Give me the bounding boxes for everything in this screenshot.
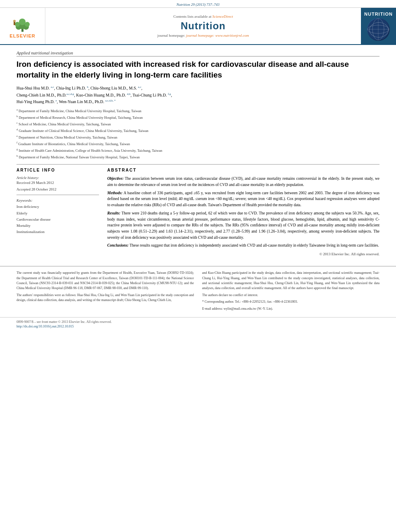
article-info-col: ARTICLE INFO Article history: Received 2… <box>16 168 99 256</box>
copyright-line: © 2013 Elsevier Inc. All rights reserved… <box>107 252 380 256</box>
keyword-elderly: Elderly <box>16 210 99 217</box>
abstract-conclusions: Conclusions: These results suggest that … <box>107 242 380 249</box>
footer-left: The current study was financially suppor… <box>16 271 194 313</box>
keyword-mortality: Mortality <box>16 223 99 229</box>
abstract-objective: Objective: The association between serum… <box>107 176 380 188</box>
elsevier-logo: ELSEVIER <box>5 14 40 38</box>
accepted-date: Accepted 28 October 2012 <box>16 187 99 191</box>
nutrition-badge-text: NUTRITION <box>364 12 393 16</box>
footer-section: The current study was financially suppor… <box>0 266 396 317</box>
separator <box>16 164 380 165</box>
cont-text: and Kuo-Chin Huang participated in the s… <box>202 271 380 291</box>
doi-link[interactable]: http://dx.doi.org/10.1016/j.nut.2012.10.… <box>16 325 380 328</box>
homepage-url[interactable]: journal homepage: www.nutritionjrnl.com <box>186 33 249 38</box>
results-text: There were 210 deaths during a 5-y follo… <box>107 211 380 240</box>
abstract-col: ABSTRACT Objective: The association betw… <box>107 168 380 256</box>
article-type: Applied nutritional investigation <box>16 51 380 56</box>
article-title: Iron deficiency is associated with incre… <box>16 59 380 80</box>
svg-rect-8 <box>14 22 15 25</box>
journal-center: Contents lists available at ScienceDirec… <box>45 8 361 44</box>
svg-point-6 <box>25 22 30 27</box>
methods-text: A baseline cohort of 336 participants, a… <box>107 191 380 207</box>
elsevier-wordmark: ELSEVIER <box>9 33 35 38</box>
sciencedirect-line: Contents lists available at ScienceDirec… <box>173 14 233 19</box>
elsevier-logo-container: ELSEVIER <box>0 8 45 44</box>
objective-label: Objective: <box>107 177 124 181</box>
received-date: Received 29 March 2012 <box>16 181 99 185</box>
journal-header: ELSEVIER Contents lists available at Sci… <box>0 8 396 45</box>
responsibilities-text: The authors' responsibilities were as fo… <box>16 293 194 303</box>
methods-label: Methods: <box>107 191 123 195</box>
elsevier-tree-icon <box>11 16 34 33</box>
article-main: Applied nutritional investigation Iron d… <box>0 45 396 260</box>
page-wrapper: Nutrition 29 (2013) 737–743 <box>0 0 396 532</box>
abstract-text: Objective: The association between serum… <box>107 176 380 249</box>
nutrition-globe-icon <box>367 18 390 41</box>
keywords-label: Keywords: <box>16 198 99 202</box>
two-column-layout: ARTICLE INFO Article history: Received 2… <box>16 168 380 256</box>
history-label: Article history: <box>16 176 99 180</box>
sciencedirect-link[interactable]: ScienceDirect <box>212 14 233 19</box>
email-text: E-mail address: wylin@mail.cmu.edu.tw (W… <box>202 306 380 311</box>
svg-point-11 <box>368 25 389 33</box>
bottom-bar: 0899-9007/$ – see front matter © 2013 El… <box>0 317 396 331</box>
keyword-institutionalization: Institutionalization <box>16 229 99 235</box>
issn-line: 0899-9007/$ – see front matter © 2013 El… <box>16 320 380 324</box>
keyword-cardiovascular: Cardiovascular disease <box>16 217 99 223</box>
journal-reference: Nutrition 29 (2013) 737–743 <box>177 2 219 7</box>
journal-title: Nutrition <box>181 20 226 32</box>
keyword-iron-deficiency: Iron deficiency <box>16 204 99 210</box>
affiliations: a Department of Family Medicine, China M… <box>16 108 380 160</box>
conflict-text: The authors declare no conflict of inter… <box>202 293 380 298</box>
objective-text: The association between serum iron statu… <box>107 177 380 187</box>
abstract-header: ABSTRACT <box>107 168 380 172</box>
journal-homepage: journal homepage: journal homepage: www.… <box>158 33 249 38</box>
funding-text: The current study was financially suppor… <box>16 271 194 291</box>
top-bar: Nutrition 29 (2013) 737–743 <box>0 0 396 8</box>
results-label: Results: <box>107 211 120 215</box>
footer-right: and Kuo-Chin Huang participated in the s… <box>202 271 380 313</box>
conclusions-label: Conclusions: <box>107 243 129 247</box>
globe-svg <box>367 18 390 41</box>
conclusions-text: These results suggest that iron deficien… <box>130 243 379 247</box>
svg-point-5 <box>15 22 20 27</box>
svg-point-4 <box>19 19 26 25</box>
info-separator <box>16 195 99 195</box>
nutrition-badge-container: NUTRITION <box>361 8 396 44</box>
abstract-results: Results: There were 210 deaths during a … <box>107 210 380 241</box>
corresponding-text: * Corresponding author. Tel.: +886-4-220… <box>202 299 380 304</box>
article-info-header: ARTICLE INFO <box>16 168 99 172</box>
abstract-methods: Methods: A baseline cohort of 336 partic… <box>107 190 380 208</box>
authors-line: Hua-Shui Hsu M.D. a,c, Chia-Ing Li Ph.D.… <box>16 85 380 105</box>
